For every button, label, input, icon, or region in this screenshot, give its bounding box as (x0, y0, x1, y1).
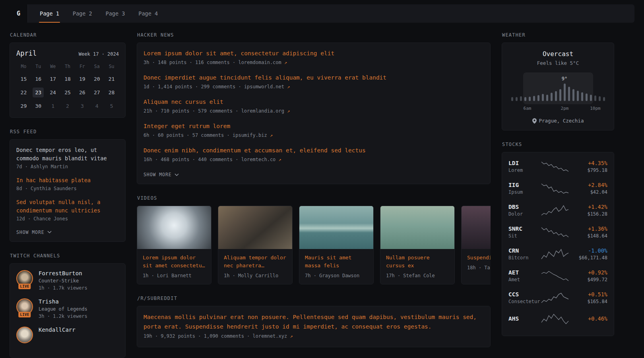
tab-page-3[interactable]: Page 3 (105, 4, 126, 23)
rss-item: Donec tempor eros leo, ut commodo mauris… (16, 146, 119, 169)
stock-id: IIGIpsum (508, 182, 541, 195)
calendar-day: 27 (91, 88, 103, 97)
live-badge: LIVE (18, 284, 31, 289)
external-link-icon: ↗ (281, 60, 287, 65)
video-thumbnail[interactable] (137, 206, 211, 249)
calendar-widget: CALENDAR April Week 17 · 2024 MoTuWeThFr… (10, 32, 126, 118)
stock-row[interactable]: AETAmet+0.92%$499.72 (508, 265, 607, 287)
post-title[interactable]: Maecenas mollis pulvinar erat non posuer… (144, 313, 484, 331)
video-thumbnail[interactable] (380, 206, 454, 249)
stock-row[interactable]: AHS+0.46% (508, 309, 607, 329)
video-card[interactable]: Lorem ipsum dolor sit amet consectetu…1h… (137, 206, 211, 284)
weather-bar (559, 89, 561, 101)
weather-bar (516, 97, 518, 101)
twitch-channel[interactable]: KendallCarr (16, 327, 119, 343)
calendar-day: 24 (47, 88, 58, 97)
show-more-label: SHOW MORE (16, 230, 45, 235)
stock-ticker: SNRC (508, 226, 541, 232)
video-thumbnail[interactable] (218, 206, 292, 249)
stock-row[interactable]: CCSConsectetur+0.51%$165.84 (508, 287, 607, 309)
weather-bar (572, 89, 574, 101)
stocks-section-label: STOCKS (502, 142, 614, 147)
video-title[interactable]: Suspendisse diam (462, 249, 491, 262)
calendar-day: 28 (106, 88, 117, 97)
video-card[interactable]: Aliquam tempor dolor nec pharetra…1h · M… (218, 206, 293, 284)
weather-bars (511, 75, 605, 101)
post-domain-link[interactable]: loremnet.xyz (253, 333, 287, 339)
twitch-channel[interactable]: LIVETrishaLeague of Legends3h · 1.2k vie… (16, 298, 119, 319)
stock-row[interactable]: IIGIpsum+2.84%$42.04 (508, 177, 607, 199)
weather-card: Overcast Feels like 5°C 9° 6am2pm10pm Pr… (502, 43, 614, 130)
calendar-month: April (16, 49, 37, 57)
post-domain-link[interactable]: ipsumify.biz (233, 132, 267, 138)
calendar-day: 19 (77, 74, 88, 84)
tab-page-2[interactable]: Page 2 (72, 4, 93, 23)
rss-item-title[interactable]: Sed volutpat nulla nisl, a condimentum n… (16, 198, 119, 215)
app-logo[interactable]: G (10, 4, 28, 23)
stock-sparkline (541, 226, 569, 238)
post-domain-link[interactable]: loremtech.co (241, 157, 276, 162)
rss-item-meta: 7d · Ashlyn Martin (16, 164, 119, 169)
channel-name[interactable]: ForrestBurton (39, 270, 87, 276)
chevron-down-icon (47, 231, 52, 233)
video-title[interactable]: Mauris sit amet massa felis (299, 249, 373, 270)
tab-page-4[interactable]: Page 4 (138, 4, 159, 23)
stock-values: -1.00%$66,171.48 (569, 247, 607, 261)
video-card[interactable]: Mauris sit amet massa felis7h · Grayson … (299, 206, 374, 284)
stock-row[interactable]: DBSDolor+1.42%$156.28 (508, 199, 607, 221)
channel-name[interactable]: Trisha (39, 298, 87, 305)
post-domain-link[interactable]: loremdomain.com (238, 60, 281, 65)
stock-price: $156.28 (569, 211, 607, 217)
post-item: Maecenas mollis pulvinar erat non posuer… (144, 313, 484, 339)
calendar-week-year: Week 17 · 2024 (79, 51, 119, 57)
rss-widget: RSS FEED Donec tempor eros leo, ut commo… (10, 129, 126, 242)
stock-name: Consectetur (508, 299, 541, 304)
stock-row[interactable]: SNRCSit+1.36%$148.64 (508, 221, 607, 243)
post-domain-link[interactable]: ipsumworld.net (244, 84, 284, 90)
post-meta: 19h · 9,932 points · 1,090 comments · lo… (144, 333, 484, 339)
stock-ticker: LDI (508, 160, 541, 166)
calendar-day: 25 (62, 88, 73, 97)
video-card[interactable]: Nullam posuere cursus ex17h · Stefan Col… (380, 206, 455, 284)
tab-page-1[interactable]: Page 1 (39, 4, 60, 23)
calendar-day: 18 (62, 74, 73, 84)
channel-info: KendallCarr (39, 327, 76, 333)
post-domain-link[interactable]: loremlandia.org (241, 108, 284, 114)
post-title[interactable]: Integer eget rutrum lorem (144, 122, 484, 130)
stocks-card: LDILorem+4.35%$795.18IIGIpsum+2.84%$42.0… (502, 152, 614, 336)
post-title[interactable]: Donec imperdiet augue tincidunt felis al… (144, 74, 484, 82)
calendar-dow-label: We (46, 64, 60, 70)
video-title[interactable]: Aliquam tempor dolor nec pharetra… (218, 249, 292, 270)
video-card[interactable]: Suspendisse diam18h · Tara (461, 206, 491, 284)
stock-id: CCSConsectetur (508, 291, 541, 304)
video-title[interactable]: Nullam posuere cursus ex (380, 249, 454, 270)
video-title[interactable]: Lorem ipsum dolor sit amet consectetu… (137, 249, 211, 270)
show-more-label: SHOW MORE (144, 172, 172, 177)
twitch-channel-list: LIVEForrestBurtonCounter-Strike1h · 1.7k… (16, 270, 119, 343)
hackernews-card: Lorem ipsum dolor sit amet, consectetur … (137, 43, 491, 184)
calendar-day: 26 (77, 88, 88, 97)
post-title[interactable]: Donec enim nibh, condimentum et accumsan… (144, 146, 484, 155)
video-thumbnail[interactable] (462, 206, 491, 249)
rss-item-title[interactable]: In hac habitasse platea (16, 176, 119, 185)
stock-values: +0.92%$499.72 (569, 269, 607, 282)
stock-name: Sit (508, 233, 541, 239)
hackernews-item-list: Lorem ipsum dolor sit amet, consectetur … (144, 49, 484, 162)
hackernews-show-more-button[interactable]: SHOW MORE (144, 172, 179, 177)
post-title[interactable]: Lorem ipsum dolor sit amet, consectetur … (144, 49, 484, 58)
twitch-channel[interactable]: LIVEForrestBurtonCounter-Strike1h · 1.7k… (16, 270, 119, 291)
calendar-day: 4 (91, 101, 103, 111)
subreddit-widget: /R/SUBREDDIT Maecenas mollis pulvinar er… (137, 296, 491, 347)
rss-item-title[interactable]: Donec tempor eros leo, ut commodo mauris… (16, 146, 119, 163)
channel-name[interactable]: KendallCarr (39, 327, 76, 333)
weather-bar (594, 95, 596, 101)
video-meta: 7h · Grayson Dawson (299, 270, 373, 284)
stock-row[interactable]: LDILorem+4.35%$795.18 (508, 156, 607, 177)
stock-change: +0.51% (569, 291, 607, 298)
stock-row[interactable]: CRNBitcorn-1.00%$66,171.48 (508, 243, 607, 265)
hackernews-section-label: HACKER NEWS (137, 32, 490, 38)
post-title[interactable]: Aliquam nec cursus elit (144, 98, 484, 106)
video-thumbnail[interactable] (299, 206, 373, 249)
rss-show-more-button[interactable]: SHOW MORE (16, 230, 52, 235)
weather-bar (577, 91, 579, 101)
